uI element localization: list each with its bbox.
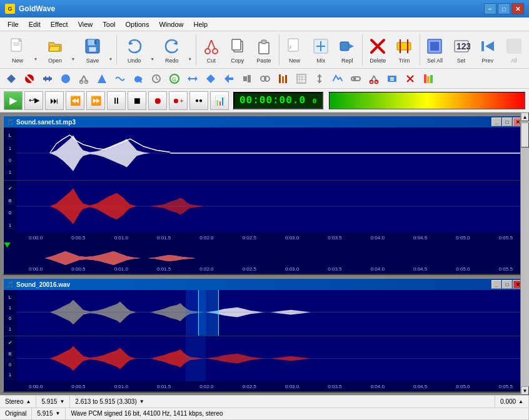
tb2-btn-12[interactable] — [220, 71, 238, 87]
menu-item-window[interactable]: Window — [154, 19, 188, 29]
menu-item-file[interactable]: File — [3, 19, 24, 29]
scrollbar-down[interactable]: ▼ — [521, 386, 529, 395]
open-dropdown[interactable]: ▼ — [70, 33, 76, 67]
menu-item-edit[interactable]: Edit — [24, 19, 46, 29]
new-dropdown[interactable]: ▼ — [33, 33, 39, 67]
new2-button[interactable]: ♪ New — [282, 33, 307, 67]
scrollbar-up[interactable]: ▲ — [521, 112, 529, 121]
redo-label: Redo — [165, 58, 179, 64]
copy-button[interactable]: Copy — [225, 33, 250, 67]
svg-rect-14 — [232, 39, 241, 50]
tb2-btn-10[interactable] — [184, 71, 201, 87]
new-btn-group: New ▼ — [3, 33, 39, 67]
tb2-btn-16[interactable] — [293, 71, 310, 87]
divider-1 — [116, 34, 117, 66]
prev-button[interactable]: Prev — [475, 33, 500, 67]
scrollbar-thumb[interactable] — [521, 122, 529, 148]
menu-item-tool[interactable]: Tool — [98, 19, 120, 29]
tb2-btn-2[interactable] — [39, 71, 56, 87]
wave-maximize-2[interactable]: □ — [502, 280, 512, 289]
tb2-btn-20[interactable] — [365, 71, 383, 87]
multi-btn[interactable]: ●● — [189, 91, 208, 110]
tb2-btn-11[interactable] — [202, 71, 219, 87]
wave-minimize-2[interactable]: _ — [491, 280, 501, 289]
tb2-btn-5[interactable] — [93, 71, 111, 87]
tb2-btn-23[interactable] — [420, 71, 437, 87]
paste-button[interactable]: Paste — [251, 33, 276, 67]
tb2-btn-19[interactable] — [347, 71, 365, 87]
tb2-btn-18[interactable] — [329, 71, 346, 87]
tb2-btn-21[interactable] — [383, 71, 401, 87]
channel-cell[interactable]: Stereo ▲ — [0, 396, 36, 408]
play-button[interactable]: ▶ — [4, 91, 23, 110]
loop-play-button[interactable]: ↩▶ — [24, 91, 43, 110]
set-button[interactable]: 123 Set — [448, 33, 473, 67]
tb2-btn-13[interactable] — [238, 71, 256, 87]
svg-rect-15 — [259, 42, 269, 54]
tb2-btn-7[interactable] — [129, 71, 147, 87]
new-button[interactable]: New — [3, 33, 33, 67]
end-button[interactable]: ⏭ — [45, 91, 64, 110]
trim-button[interactable]: Trim — [391, 33, 416, 67]
length-cell[interactable]: 5.915 ▼ — [36, 396, 70, 408]
mix-button[interactable]: Mix — [308, 33, 333, 67]
wave-canvas-L-2[interactable] — [16, 290, 525, 336]
wave-canvas-L-1[interactable] — [16, 128, 525, 180]
tb2-btn-0[interactable] — [3, 71, 20, 87]
redo-dropdown[interactable]: ▼ — [187, 33, 193, 67]
svg-marker-47 — [98, 74, 106, 83]
tb2-btn-17[interactable] — [311, 71, 328, 87]
wave-overview-1[interactable]: 0:00.0 0:00.5 0:01.0 0:01.5 0:02.0 0:02.… — [4, 242, 525, 274]
svg-text:♪: ♪ — [289, 43, 292, 50]
length2-cell[interactable]: 5.915 ▼ — [32, 408, 66, 420]
wave-canvas-R-1[interactable] — [16, 181, 525, 233]
trim-label: Trim — [399, 58, 410, 64]
undo-dropdown[interactable]: ▼ — [149, 33, 156, 67]
fast-forward-button[interactable]: ⏩ — [86, 91, 105, 110]
tb2-btn-14[interactable] — [256, 71, 274, 87]
close-button[interactable]: ✕ — [511, 3, 524, 14]
repl-button[interactable]: Repl — [335, 33, 360, 67]
wave-maximize-1[interactable]: □ — [502, 118, 512, 126]
divider-2 — [196, 34, 196, 66]
tb2-btn-3[interactable] — [57, 71, 74, 87]
cut-button[interactable]: Cut — [199, 33, 224, 67]
menu-item-effect[interactable]: Effect — [46, 19, 73, 29]
rewind-button[interactable]: ⏪ — [66, 91, 84, 110]
tb2-btn-8[interactable] — [148, 71, 165, 87]
svg-point-42 — [61, 74, 70, 83]
record-button[interactable]: ⏺ — [148, 91, 167, 110]
minimize-button[interactable]: − — [484, 3, 496, 14]
save-dropdown[interactable]: ▼ — [108, 33, 114, 67]
selall-button[interactable]: Sel All — [422, 33, 447, 67]
tb2-btn-4[interactable] — [75, 71, 93, 87]
undo-button[interactable]: Undo — [119, 33, 149, 67]
record2-button[interactable]: ⏺+ — [169, 91, 188, 110]
open-button[interactable]: Open — [40, 33, 70, 67]
wave-minimize-1[interactable]: _ — [491, 118, 501, 126]
selection-cell[interactable]: 2.613 to 5.915 (3.303) ▼ — [70, 396, 495, 408]
wave-canvas-R-2[interactable] — [16, 336, 525, 382]
maximize-button[interactable]: □ — [498, 3, 510, 14]
svg-rect-33 — [481, 41, 484, 51]
tb2-btn-15[interactable] — [275, 71, 292, 87]
tb2-btn-22[interactable] — [401, 71, 419, 87]
menu-item-options[interactable]: Options — [120, 19, 154, 29]
tb2-btn-9[interactable]: G — [166, 71, 183, 87]
all-button[interactable]: All — [501, 33, 526, 67]
monitor-button[interactable]: 📊 — [210, 91, 229, 110]
main-scrollbar[interactable]: ▲ ▼ — [520, 112, 529, 395]
menu-item-view[interactable]: View — [73, 19, 98, 29]
delete-button[interactable]: Delete — [365, 33, 390, 67]
tb2-btn-1[interactable] — [21, 71, 38, 87]
redo-button[interactable]: Redo — [157, 33, 187, 67]
pause-button[interactable]: ⏸ — [107, 91, 126, 110]
tb2-btn-6[interactable] — [111, 71, 129, 87]
wave-title-icon-2: 🎵 — [6, 281, 14, 288]
svg-marker-32 — [485, 41, 494, 51]
value-cell[interactable]: 0.000 ▲ — [495, 396, 529, 408]
svg-rect-84 — [424, 74, 426, 83]
save-button[interactable]: Save — [78, 33, 108, 67]
stop-button[interactable]: ⏹ — [128, 91, 146, 110]
menu-item-help[interactable]: Help — [189, 19, 213, 29]
